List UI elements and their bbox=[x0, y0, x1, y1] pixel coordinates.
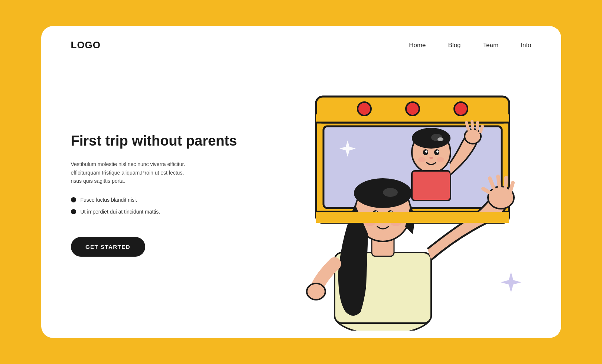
nav-blog[interactable]: Blog bbox=[448, 42, 461, 49]
svg-rect-49 bbox=[316, 212, 509, 223]
left-panel: First trip without parents Vestibulum mo… bbox=[71, 66, 264, 323]
bullet-dot-1 bbox=[71, 197, 76, 202]
bullet-dot-2 bbox=[71, 209, 76, 214]
svg-line-27 bbox=[481, 126, 482, 132]
svg-point-18 bbox=[436, 150, 439, 153]
svg-point-4 bbox=[358, 102, 371, 116]
svg-line-24 bbox=[466, 123, 468, 129]
svg-rect-22 bbox=[412, 171, 450, 201]
svg-point-12 bbox=[412, 128, 450, 149]
svg-point-19 bbox=[429, 157, 433, 159]
bullet-item-1: Fusce luctus blandit nisi. bbox=[71, 197, 264, 203]
right-panel bbox=[264, 66, 531, 323]
svg-point-14 bbox=[437, 137, 443, 141]
nav-info[interactable]: Info bbox=[521, 42, 531, 49]
svg-point-23 bbox=[465, 129, 481, 144]
svg-point-33 bbox=[383, 188, 398, 197]
svg-marker-48 bbox=[501, 272, 521, 293]
main-content: First trip without parents Vestibulum mo… bbox=[41, 58, 561, 338]
bullet-list: Fusce luctus blandit nisi. Ut imperdiet … bbox=[71, 197, 264, 221]
nav-links: Home Blog Team Info bbox=[409, 42, 531, 49]
svg-point-17 bbox=[425, 150, 427, 153]
svg-point-32 bbox=[354, 178, 412, 208]
svg-point-47 bbox=[307, 283, 325, 300]
hero-description: Vestibulum molestie nisl nec nunc viverr… bbox=[71, 160, 219, 185]
svg-line-44 bbox=[505, 178, 506, 188]
svg-line-26 bbox=[477, 123, 478, 129]
main-card: LOGO Home Blog Team Info First trip with… bbox=[41, 26, 561, 338]
nav-home[interactable]: Home bbox=[409, 42, 426, 49]
bullet-item-2: Ut imperdiet dui at tincidunt mattis. bbox=[71, 209, 264, 215]
svg-line-45 bbox=[510, 183, 513, 191]
svg-point-6 bbox=[454, 102, 468, 116]
svg-line-25 bbox=[472, 121, 473, 129]
cta-button[interactable]: GET STARTED bbox=[71, 237, 145, 257]
svg-point-5 bbox=[406, 102, 419, 116]
nav-team[interactable]: Team bbox=[483, 42, 499, 49]
logo: LOGO bbox=[71, 39, 101, 51]
hero-title: First trip without parents bbox=[71, 132, 264, 150]
svg-point-20 bbox=[418, 157, 426, 162]
illustration bbox=[279, 48, 539, 331]
svg-point-21 bbox=[437, 157, 444, 162]
svg-line-43 bbox=[498, 176, 500, 186]
